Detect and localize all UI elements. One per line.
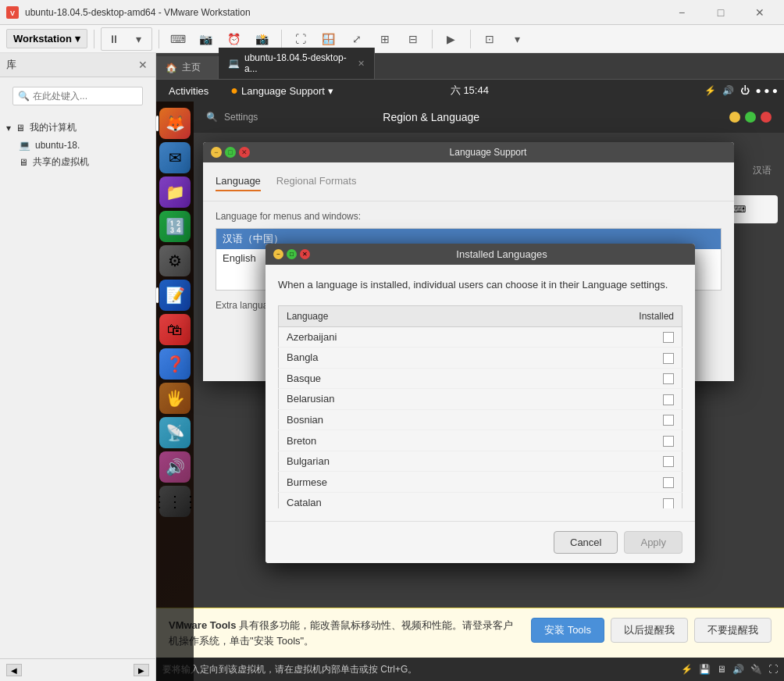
- dock-item-mail[interactable]: ✉: [159, 142, 191, 173]
- il-footer: Cancel Apply: [265, 521, 695, 563]
- tab-home[interactable]: 🏠 主页: [156, 56, 219, 79]
- apply-button[interactable]: Apply: [624, 531, 682, 554]
- notification-buttons: 安装 Tools 以后提醒我 不要提醒我: [531, 618, 772, 643]
- table-row[interactable]: Bosnian: [279, 409, 682, 430]
- dock-item-firefox[interactable]: 🦊: [159, 108, 191, 139]
- screenshot-button[interactable]: 📷: [194, 28, 219, 50]
- sidebar-nav-prev[interactable]: ◀: [6, 664, 22, 676]
- workstation-menu[interactable]: Workstation ▾: [6, 29, 87, 48]
- settings-win-close[interactable]: [761, 112, 772, 123]
- dock-item-writer[interactable]: 📝 LibreOffice Writer: [159, 280, 191, 311]
- ls-minimize-button[interactable]: −: [211, 147, 222, 158]
- ls-close-button[interactable]: ✕: [239, 147, 250, 158]
- installed-languages-dialog: − □ ✕ Installed Languages When a languag…: [265, 244, 695, 563]
- sidebar-item-ubuntu-vm[interactable]: 💻 ubuntu-18.: [0, 137, 155, 153]
- console-button[interactable]: ▶: [439, 28, 464, 50]
- ls-tab-language[interactable]: Language: [216, 172, 261, 191]
- never-remind-button[interactable]: 不要提醒我: [694, 618, 772, 643]
- table-row[interactable]: Bulgarian: [279, 451, 682, 472]
- ubuntu-activities-button[interactable]: Activities: [156, 80, 221, 102]
- installed-checkbox[interactable]: [663, 477, 674, 488]
- tab-close-button[interactable]: ✕: [358, 59, 365, 69]
- settings-win-min[interactable]: [729, 112, 740, 123]
- dock-item-apps-grid[interactable]: ⋮⋮⋮: [159, 486, 191, 517]
- status-icons: ⚡ 💾 🖥 🔊 🔌 ⛶: [681, 664, 778, 675]
- sidebar-item-my-computer[interactable]: ▾ 🖥 我的计算机: [0, 118, 155, 137]
- tab-ubuntu-vm[interactable]: 💻 ubuntu-18.04.5-desktop-a... ✕: [219, 48, 375, 79]
- dock-item-gestures[interactable]: 🖐: [159, 383, 191, 414]
- dock-item-calc[interactable]: 🔢: [159, 211, 191, 242]
- languages-table-container[interactable]: Language Installed AzerbaijaniBanglaBasq…: [278, 305, 682, 508]
- dock-item-install[interactable]: 🛍: [159, 314, 191, 345]
- sidebar-item-shared-vms[interactable]: 🖥 共享的虚拟机: [0, 153, 155, 171]
- sidebar-search-input[interactable]: [33, 91, 150, 102]
- toolbar-separator-4: [432, 30, 433, 48]
- language-name-cell: Burmese: [279, 472, 620, 493]
- il-close-button[interactable]: ✕: [300, 249, 310, 259]
- toolbar-separator-1: [94, 30, 94, 48]
- ubuntu-language-support-menu[interactable]: ● Language Support ▾: [221, 80, 343, 102]
- table-row[interactable]: Breton: [279, 430, 682, 451]
- install-tools-button[interactable]: 安装 Tools: [531, 618, 604, 643]
- resize-button[interactable]: ⊞: [372, 28, 397, 50]
- sound-icon: 🔊: [166, 458, 185, 476]
- send-ctrlaltdel-button[interactable]: ⌨: [166, 28, 191, 50]
- dock-item-sound[interactable]: 🔊: [159, 451, 191, 483]
- sidebar-close-button[interactable]: ✕: [137, 59, 149, 71]
- remind-later-button[interactable]: 以后提醒我: [611, 618, 688, 643]
- view-button[interactable]: ⊡: [477, 28, 502, 50]
- installed-checkbox-cell: [620, 451, 682, 472]
- installed-checkbox[interactable]: [663, 456, 674, 467]
- status-monitor-icon: 🖥: [717, 664, 726, 675]
- window-controls-ubuntu: ● ● ●: [756, 85, 778, 96]
- installed-checkbox[interactable]: [663, 394, 674, 405]
- language-name-cell: Belarusian: [279, 389, 620, 410]
- dock-item-files[interactable]: 📁: [159, 176, 191, 208]
- ls-maximize-button[interactable]: □: [225, 147, 236, 158]
- language-name-cell: Azerbaijani: [279, 326, 620, 348]
- stretch-button[interactable]: ⊟: [401, 28, 426, 50]
- settings-window-controls: [729, 112, 772, 123]
- table-row[interactable]: Catalan: [279, 493, 682, 508]
- settings-win-max[interactable]: [745, 112, 756, 123]
- il-titlebar: − □ ✕ Installed Languages: [265, 244, 695, 265]
- il-maximize-button[interactable]: □: [287, 249, 297, 259]
- cancel-button[interactable]: Cancel: [554, 531, 618, 554]
- snapshot-take[interactable]: 📸: [250, 28, 275, 50]
- fit-button[interactable]: ⤢: [344, 28, 369, 50]
- table-row[interactable]: Burmese: [279, 472, 682, 493]
- installed-checkbox[interactable]: [663, 332, 674, 343]
- dock-item-share[interactable]: 📡: [159, 417, 191, 448]
- table-row[interactable]: Azerbaijani: [279, 326, 682, 348]
- lang-support-label: Language Support: [241, 85, 325, 97]
- installed-checkbox[interactable]: [663, 373, 674, 384]
- language-name-cell: Breton: [279, 430, 620, 451]
- installed-checkbox[interactable]: [663, 415, 674, 426]
- dock-item-settings[interactable]: ⚙: [159, 245, 191, 276]
- status-audio-icon: 🔊: [732, 664, 744, 675]
- pause-dropdown[interactable]: ▾: [127, 28, 151, 50]
- region-language-btn[interactable]: Region & Language: [383, 111, 479, 123]
- fullscreen-button[interactable]: ⛶: [288, 28, 313, 50]
- unity-button[interactable]: 🪟: [316, 28, 341, 50]
- ls-tab-regional[interactable]: Regional Formats: [267, 172, 366, 191]
- installed-checkbox[interactable]: [663, 498, 674, 508]
- table-row[interactable]: Bangla: [279, 348, 682, 369]
- sidebar-section-my-computer: ▾ 🖥 我的计算机 💻 ubuntu-18. 🖥 共享的虚拟机: [0, 115, 155, 174]
- table-row[interactable]: Belarusian: [279, 389, 682, 410]
- minimize-button[interactable]: −: [664, 0, 700, 25]
- close-button[interactable]: ✕: [742, 0, 778, 25]
- table-row[interactable]: Basque: [279, 368, 682, 389]
- mail-icon: ✉: [169, 148, 182, 167]
- pause-button[interactable]: ⏸: [102, 28, 127, 50]
- dock-item-help[interactable]: ❓: [159, 348, 191, 380]
- snapshot-manager[interactable]: ⏰: [222, 28, 247, 50]
- maximize-button[interactable]: □: [703, 0, 739, 25]
- installed-checkbox[interactable]: [663, 353, 674, 364]
- ubuntu-top-bar: Activities ● Language Support ▾ 六 15:44 …: [156, 80, 784, 102]
- view-dropdown[interactable]: ▾: [505, 28, 530, 50]
- sidebar-nav-next[interactable]: ▶: [134, 664, 149, 676]
- il-window-controls: − □ ✕: [273, 249, 310, 259]
- installed-checkbox[interactable]: [663, 436, 674, 447]
- il-minimize-button[interactable]: −: [273, 249, 283, 259]
